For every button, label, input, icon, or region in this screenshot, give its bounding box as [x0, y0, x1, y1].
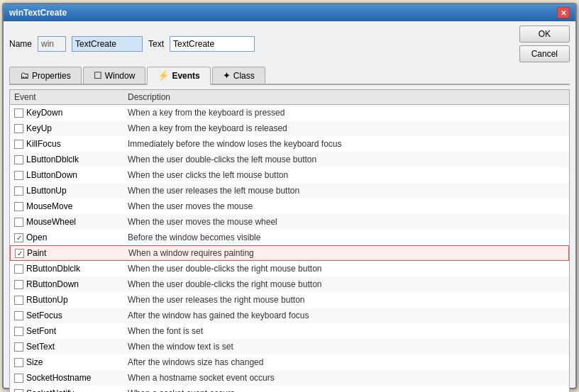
event-checkbox[interactable]: [14, 280, 23, 289]
ok-button[interactable]: OK: [519, 26, 570, 43]
event-name: SetFont: [26, 326, 56, 336]
event-description: After the windows size has changed: [128, 357, 565, 367]
event-cell: KeyUp: [14, 123, 128, 133]
table-row[interactable]: LButtonDownWhen the user clicks the left…: [10, 167, 569, 183]
events-icon: ⚡: [158, 70, 169, 81]
tab-window-label: Window: [105, 71, 136, 81]
tab-events-label: Events: [172, 71, 199, 81]
table-row[interactable]: RButtonDblclkWhen the user double-clicks…: [10, 261, 569, 276]
event-name: RButtonDown: [26, 279, 79, 289]
event-cell: Open: [14, 233, 128, 242]
event-checkbox[interactable]: [14, 264, 23, 274]
tab-class[interactable]: ✦ Class: [212, 67, 265, 84]
event-cell: LButtonDblclk: [14, 155, 128, 164]
event-checkbox[interactable]: [14, 389, 23, 393]
event-checkbox[interactable]: [14, 218, 23, 227]
event-checkbox[interactable]: [14, 186, 23, 196]
event-checkbox[interactable]: [14, 171, 23, 180]
event-description: When a key from the keyboard is pressed: [128, 108, 565, 118]
name-prefix-input[interactable]: [38, 36, 66, 52]
event-header: Event: [14, 92, 128, 102]
table-row[interactable]: SetTextWhen the window text is set: [10, 339, 569, 354]
table-row[interactable]: MouseWheelWhen the user moves the mouse …: [10, 214, 569, 230]
event-description: When a window requires painting: [128, 248, 564, 258]
event-description: When the user double-clicks the right mo…: [128, 279, 565, 289]
dialog-body: Name Text OK Cancel 🗂 Properties ☐ Windo…: [4, 21, 575, 392]
event-cell: SetFocus: [14, 310, 128, 320]
event-cell: RButtonUp: [14, 295, 128, 305]
event-name: Paint: [27, 248, 46, 258]
event-description: Before the window becomes visible: [128, 233, 565, 242]
table-row[interactable]: KillFocusImmediately before the window l…: [10, 136, 569, 152]
table-row[interactable]: OpenBefore the window becomes visible: [10, 230, 569, 245]
tab-properties[interactable]: 🗂 Properties: [9, 67, 82, 84]
tab-properties-label: Properties: [32, 71, 71, 81]
event-checkbox[interactable]: [14, 311, 23, 320]
event-description: When a socket event occurs: [128, 388, 565, 392]
event-description: When the user moves the mouse: [128, 201, 565, 211]
event-description: When the user releases the right mouse b…: [128, 295, 565, 305]
tab-window[interactable]: ☐ Window: [83, 67, 146, 84]
table-row[interactable]: LButtonUpWhen the user releases the left…: [10, 183, 569, 198]
event-description: When a key from the keyboard is released: [128, 123, 565, 133]
event-checkbox[interactable]: [14, 327, 23, 336]
table-row[interactable]: MouseMoveWhen the user moves the mouse: [10, 198, 569, 214]
table-row[interactable]: RButtonUpWhen the user releases the righ…: [10, 292, 569, 308]
table-row[interactable]: SocketHostnameWhen a hostname socket eve…: [10, 370, 569, 386]
event-checkbox[interactable]: [14, 140, 23, 149]
table-row[interactable]: SocketNotifyWhen a socket event occurs: [10, 386, 569, 392]
event-cell: LButtonDown: [14, 170, 128, 180]
table-row[interactable]: KeyDownWhen a key from the keyboard is p…: [10, 105, 569, 121]
event-description: When the user double-clicks the right mo…: [128, 264, 565, 274]
window-icon: ☐: [94, 70, 102, 81]
tab-events[interactable]: ⚡ Events: [147, 67, 210, 85]
tab-class-label: Class: [233, 71, 255, 81]
table-row[interactable]: SetFontWhen the font is set: [10, 323, 569, 339]
event-checkbox[interactable]: [14, 202, 23, 211]
name-value-input[interactable]: [72, 36, 143, 52]
events-table: Event Description KeyDownWhen a key from…: [9, 89, 570, 392]
table-scroll[interactable]: KeyDownWhen a key from the keyboard is p…: [10, 105, 569, 392]
event-description: When the user clicks the left mouse butt…: [128, 170, 565, 180]
event-checkbox[interactable]: [14, 233, 23, 242]
event-checkbox[interactable]: [14, 342, 23, 352]
event-description: When the user double-clicks the left mou…: [128, 155, 565, 164]
event-description: Immediately before the window loses the …: [128, 139, 565, 149]
table-row[interactable]: RButtonDownWhen the user double-clicks t…: [10, 276, 569, 292]
event-checkbox[interactable]: [15, 249, 24, 258]
table-row[interactable]: PaintWhen a window requires painting: [10, 245, 569, 261]
event-name: LButtonDown: [26, 170, 77, 180]
event-checkbox[interactable]: [14, 108, 23, 118]
event-name: MouseWheel: [26, 217, 76, 227]
event-name: Size: [26, 357, 43, 367]
event-cell: Size: [14, 357, 128, 367]
header-row: Name Text OK Cancel: [9, 26, 570, 62]
event-cell: MouseMove: [14, 201, 128, 211]
ok-cancel-col: OK Cancel: [519, 26, 570, 62]
event-name: RButtonUp: [26, 295, 68, 305]
event-name: SetText: [26, 342, 55, 352]
table-row[interactable]: LButtonDblclkWhen the user double-clicks…: [10, 152, 569, 167]
text-value-input[interactable]: [170, 36, 255, 52]
event-description: When the user releases the left mouse bu…: [128, 186, 565, 196]
table-row[interactable]: SetFocusAfter the window has gained the …: [10, 308, 569, 323]
event-description: When the window text is set: [128, 342, 565, 352]
table-row[interactable]: KeyUpWhen a key from the keyboard is rel…: [10, 121, 569, 136]
table-header: Event Description: [10, 90, 569, 105]
event-checkbox[interactable]: [14, 374, 23, 383]
event-name: LButtonUp: [26, 186, 67, 196]
event-description: When the font is set: [128, 326, 565, 336]
event-name: SetFocus: [26, 310, 62, 320]
event-cell: MouseWheel: [14, 217, 128, 227]
event-checkbox[interactable]: [14, 358, 23, 367]
cancel-button[interactable]: Cancel: [519, 45, 570, 62]
event-checkbox[interactable]: [14, 296, 23, 305]
dialog: winTextCreate ✕ Name Text OK Cancel 🗂 Pr…: [2, 3, 577, 389]
event-checkbox[interactable]: [14, 155, 23, 164]
event-checkbox[interactable]: [14, 124, 23, 133]
close-button[interactable]: ✕: [557, 7, 570, 18]
event-description: When the user moves the mouse wheel: [128, 217, 565, 227]
table-row[interactable]: SizeAfter the windows size has changed: [10, 354, 569, 370]
event-cell: SetFont: [14, 326, 128, 336]
properties-icon: 🗂: [20, 70, 29, 81]
